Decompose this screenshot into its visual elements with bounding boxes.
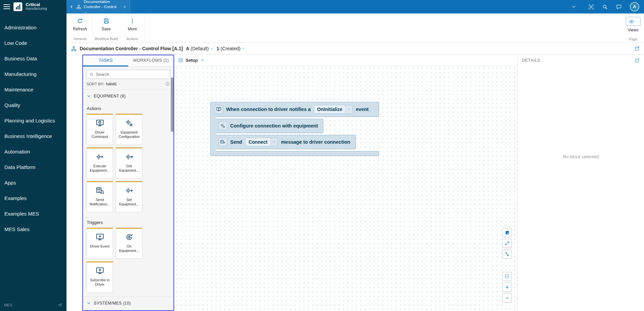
revision-dropdown[interactable]: 1 (Created) [216, 46, 245, 51]
hamburger-menu-icon[interactable] [3, 4, 10, 9]
task-card-on-equipment[interactable]: On Equipment... [116, 228, 142, 259]
expand-button[interactable] [503, 239, 512, 248]
open-full-view-icon[interactable] [634, 46, 640, 51]
group-caption-page: Page [629, 37, 638, 43]
scan-icon[interactable] [588, 4, 594, 10]
topbar-right: A [571, 0, 644, 13]
sidebar-item-mes-sales[interactable]: MES Sales [0, 221, 66, 237]
toolbar-group-workflow-build: Save Workflow Build [92, 13, 120, 43]
fit-to-screen-button[interactable] [503, 272, 512, 281]
search-input[interactable] [96, 72, 167, 77]
avatar[interactable]: A [630, 2, 639, 11]
on-equipment-icon [125, 233, 134, 242]
views-button[interactable] [626, 17, 641, 26]
tree-icon [76, 4, 81, 9]
details-panel: DETAILS No block selected [517, 55, 644, 311]
sidebar-item-maintenance[interactable]: Maintenance [0, 82, 66, 97]
tab-documentation-controller[interactable]: Documentation Controller - Control ... [66, 0, 130, 13]
zoom-in-button[interactable] [503, 283, 512, 292]
zoom-out-button[interactable] [503, 293, 512, 303]
tab-back-chevron-icon[interactable] [69, 4, 74, 9]
tab-tasks[interactable]: TASKS [83, 55, 128, 66]
flow-name-label: Setup [186, 58, 198, 63]
task-card-equipment-configuration[interactable]: Equipment Configuration [116, 114, 142, 145]
task-palette: TASKS WORKFLOWS (1) SORT BY: NAME [82, 55, 174, 311]
task-card-send-notification[interactable]: Send Notification... [86, 181, 113, 212]
sidebar-item-business-intelligence[interactable]: Business Intelligence [0, 128, 66, 144]
send-message-block[interactable]: Send Connect message to driver connectio… [215, 135, 356, 149]
configure-connection-block[interactable]: Configure connection with equipment [215, 119, 323, 133]
search-icon[interactable] [602, 4, 608, 10]
palette-scrollbar[interactable] [171, 78, 173, 132]
open-details-icon[interactable] [635, 58, 640, 63]
event-type-dropdown[interactable]: OnInitialize [314, 105, 353, 114]
group-caption-actions: Actions [127, 37, 138, 43]
sidebar-item-business-data[interactable]: Business Data [0, 51, 66, 66]
task-card-set-equipment[interactable]: Set Equipment... [116, 181, 142, 212]
sidebar-item-administration[interactable]: Administration [0, 20, 66, 35]
task-card-subscribe-in-driver[interactable]: Subscribe in Driver [86, 261, 113, 292]
event-type-value: OnInitialize [314, 105, 346, 113]
sidebar-nav: Administration Low Code Business Data Ma… [0, 13, 66, 237]
task-card-get-equipment[interactable]: Get Equipment... [116, 147, 142, 178]
sidebar-item-manufacturing[interactable]: Manufacturing [0, 66, 66, 82]
subscribe-in-driver-icon [96, 266, 104, 275]
search-box [86, 70, 170, 79]
version-chevron-icon [210, 47, 213, 50]
revision-state: (Created) [220, 46, 240, 51]
app-logo [14, 2, 22, 11]
info-icon[interactable] [165, 81, 170, 86]
refresh-button[interactable]: Refresh [70, 13, 90, 31]
collapse-button[interactable] [503, 250, 512, 259]
group-caption-general: General [74, 37, 86, 43]
task-card-execute-equipment[interactable]: Execute Equipment... [86, 147, 113, 178]
logo-subtitle: manufacturing [26, 7, 47, 11]
section-equipment-header[interactable]: EQUIPMENT (9) [83, 89, 173, 102]
sidebar-item-apps[interactable]: Apps [0, 175, 66, 190]
sidebar-item-planning-and-logistics[interactable]: Planning and Logistics [0, 113, 66, 128]
task-card-driver-event[interactable]: Driver Event [86, 228, 113, 259]
flow-selector-chevron-icon[interactable] [200, 58, 204, 62]
driver-trigger-icon [214, 105, 223, 114]
configure-connection-label: Configure connection with equipment [230, 123, 318, 129]
more-icon [129, 18, 136, 24]
message-type-dropdown[interactable]: Connect [245, 138, 278, 146]
section-system-mes-header[interactable]: SYSTEM/MES (10) [83, 296, 173, 309]
sort-value: NAME [106, 82, 117, 86]
sidebar-item-examples-mes[interactable]: Examples MES [0, 206, 66, 221]
card-grid-equipment-triggers: Driver Event On Equipment... Subscribe i… [83, 227, 173, 296]
trigger-block[interactable]: When connection to driver notifies a OnI… [210, 102, 379, 117]
refresh-label: Refresh [73, 27, 87, 31]
canvas-view-controls [503, 228, 512, 259]
sort-by-label: SORT BY: [86, 82, 104, 86]
tab-list-chevron-icon[interactable] [571, 4, 576, 9]
views-chevron-icon [635, 20, 638, 23]
group-actions-label: Actions [83, 309, 173, 311]
group-actions-label: Actions [83, 102, 173, 113]
task-card-driver-command[interactable]: Driver Command [86, 114, 113, 145]
card-grid-equipment-actions: Driver Command Equipment Configuration E… [83, 113, 173, 216]
driver-command-icon [96, 119, 104, 128]
minimap-button[interactable] [503, 228, 512, 237]
eye-icon [629, 19, 634, 24]
canvas-body[interactable]: When connection to driver notifies a OnI… [175, 66, 517, 311]
more-label: More [128, 27, 137, 31]
sidebar-item-low-code[interactable]: Low Code [0, 35, 66, 51]
version-dropdown[interactable]: A (Default) [186, 46, 214, 51]
sidebar-item-data-platform[interactable]: Data Platform [0, 159, 66, 175]
app-logo-text: Critical manufacturing [26, 3, 47, 11]
launch-icon[interactable] [57, 303, 62, 308]
save-button[interactable]: Save [96, 13, 116, 31]
chat-icon[interactable] [616, 4, 622, 10]
sidebar-item-quality[interactable]: Quality [0, 97, 66, 113]
content: TASKS WORKFLOWS (1) SORT BY: NAME [66, 55, 644, 311]
sidebar-item-examples[interactable]: Examples [0, 190, 66, 206]
main-area: Documentation Controller - Control ... A… [66, 0, 644, 311]
trigger-block-footer[interactable] [210, 151, 379, 156]
sort-dropdown[interactable]: NAME [106, 82, 121, 86]
more-button[interactable]: More [122, 13, 142, 31]
sidebar-item-automation[interactable]: Automation [0, 144, 66, 159]
tab-workflows[interactable]: WORKFLOWS (1) [128, 55, 173, 66]
tab-close-icon[interactable] [123, 5, 127, 9]
send-text-prefix: Send [230, 139, 242, 145]
